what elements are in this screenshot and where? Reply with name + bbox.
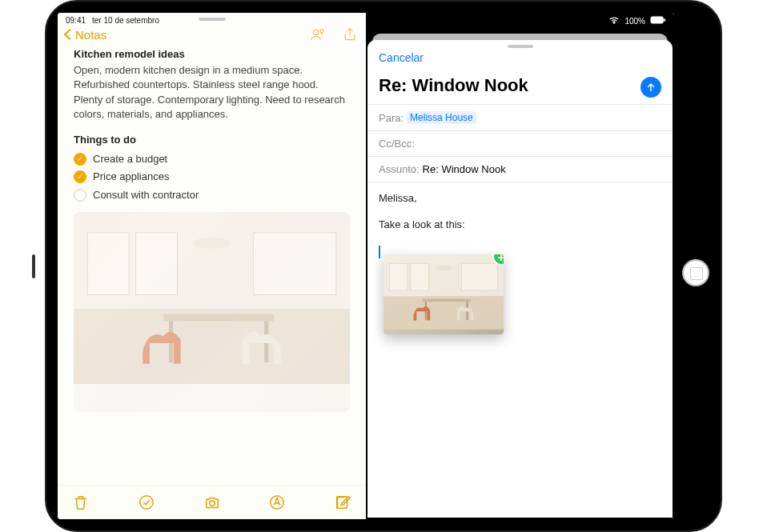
mail-app: 100% Cancelar Re: Window Nook Para: xyxy=(366,13,674,519)
ipad-frame: 09:41 ter 10 de setembro Notas xyxy=(45,0,722,532)
svg-rect-15 xyxy=(651,17,663,23)
status-bar-right: 100% xyxy=(608,16,666,26)
checkmark-icon[interactable]: ✓ xyxy=(74,153,86,166)
ccbcc-label: Cc/Bcc: xyxy=(379,138,415,150)
notes-bottom-toolbar xyxy=(58,485,366,519)
svg-point-22 xyxy=(436,266,452,270)
back-label: Notas xyxy=(75,28,106,42)
cancel-button[interactable]: Cancelar xyxy=(379,51,424,64)
split-view-screen: 09:41 ter 10 de setembro Notas xyxy=(58,13,674,519)
camera-icon[interactable] xyxy=(203,494,221,511)
room-photo-illustration xyxy=(74,212,350,385)
arrow-up-icon xyxy=(645,82,657,93)
note-paragraph: Open, modern kitchen design in a medium … xyxy=(74,63,350,122)
body-line2: Take a look at this: xyxy=(379,218,661,230)
svg-point-11 xyxy=(140,496,154,510)
battery-percent: 100% xyxy=(624,17,645,26)
to-field[interactable]: Para: Melissa House xyxy=(367,104,673,130)
notes-app: 09:41 ter 10 de setembro Notas xyxy=(58,13,366,519)
list-item[interactable]: ✓ Create a budget xyxy=(74,150,350,168)
markup-icon[interactable] xyxy=(268,494,286,511)
device-side-button xyxy=(32,254,35,278)
empty-circle-icon[interactable] xyxy=(74,189,86,202)
back-button[interactable]: Notas xyxy=(66,28,106,42)
to-label: Para: xyxy=(379,112,404,124)
share-icon[interactable] xyxy=(342,26,358,42)
todo-label: Consult with contractor xyxy=(93,188,199,202)
note-content[interactable]: Kitchen remodel ideas Open, modern kitch… xyxy=(58,47,366,485)
mail-body-textarea[interactable]: Melissa, Take a look at this: xyxy=(367,182,673,518)
mail-subject-heading: Re: Window Nook xyxy=(367,70,673,104)
collaborate-icon[interactable] xyxy=(310,26,326,42)
trash-icon[interactable] xyxy=(72,494,90,511)
send-button[interactable] xyxy=(641,77,661,98)
svg-rect-21 xyxy=(462,263,498,290)
note-subhead: Things to do xyxy=(74,133,350,147)
checkmark-icon[interactable]: ✓ xyxy=(74,170,86,183)
list-item[interactable]: ✓ Price appliances xyxy=(74,168,350,186)
svg-rect-6 xyxy=(253,233,336,295)
mail-header: Cancelar xyxy=(367,50,673,70)
cc-bcc-field[interactable]: Cc/Bcc: xyxy=(367,130,673,156)
todo-list: ✓ Create a budget ✓ Price appliances Con… xyxy=(74,150,350,204)
home-button[interactable] xyxy=(682,259,709,286)
svg-rect-16 xyxy=(664,18,665,22)
svg-rect-20 xyxy=(411,263,429,290)
todo-label: Create a budget xyxy=(93,152,167,166)
dragged-photo-thumb[interactable]: + xyxy=(384,254,504,334)
svg-rect-23 xyxy=(423,299,471,302)
battery-full-icon xyxy=(650,16,666,26)
svg-point-0 xyxy=(313,30,319,35)
svg-point-7 xyxy=(192,238,231,249)
note-attached-photo[interactable] xyxy=(74,212,350,412)
svg-rect-4 xyxy=(87,233,129,295)
chevron-left-icon xyxy=(64,29,75,40)
svg-rect-19 xyxy=(390,263,408,290)
checklist-icon[interactable] xyxy=(138,494,155,511)
subject-field[interactable]: Assunto: Re: Window Nook xyxy=(367,156,673,182)
wifi-icon xyxy=(608,16,620,26)
todo-label: Price appliances xyxy=(93,170,169,184)
svg-rect-5 xyxy=(136,233,178,295)
text-cursor xyxy=(379,246,380,258)
room-photo-thumb-illustration xyxy=(384,254,504,330)
subject-label: Assunto: xyxy=(379,163,420,175)
svg-rect-8 xyxy=(163,314,274,321)
compose-icon[interactable] xyxy=(334,494,351,511)
list-item[interactable]: Consult with contractor xyxy=(74,186,350,204)
subject-value: Re: Window Nook xyxy=(423,163,506,175)
notes-nav-bar: Notas xyxy=(58,25,366,47)
sheet-grabber[interactable] xyxy=(508,45,533,48)
mail-compose-sheet: Cancelar Re: Window Nook Para: Melissa H… xyxy=(367,40,673,518)
status-date: ter 10 de setembro xyxy=(92,16,159,25)
svg-point-12 xyxy=(209,501,214,506)
status-time: 09:41 xyxy=(66,16,86,25)
split-view-grabber[interactable] xyxy=(199,18,226,21)
note-title: Kitchen remodel ideas xyxy=(74,47,350,62)
recipient-chip[interactable]: Melissa House xyxy=(407,111,476,124)
body-line1: Melissa, xyxy=(379,192,661,204)
svg-point-1 xyxy=(320,30,323,33)
